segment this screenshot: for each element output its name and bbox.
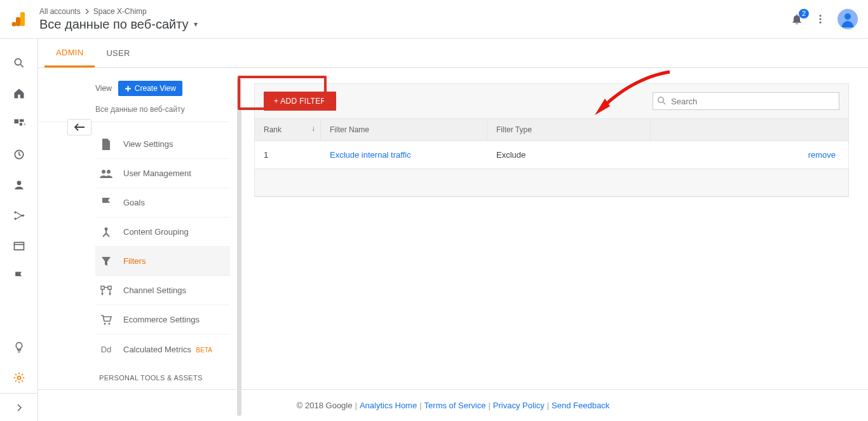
svg-point-19 bbox=[18, 376, 21, 380]
gear-icon bbox=[13, 371, 25, 384]
grouping-icon bbox=[99, 226, 113, 238]
footer-feedback[interactable]: Send Feedback bbox=[552, 401, 609, 410]
menu-filters[interactable]: Filters bbox=[95, 247, 230, 276]
rail-admin[interactable] bbox=[0, 362, 38, 393]
dashboard-icon: + bbox=[13, 118, 25, 130]
menu-label: Calculated Metrics BETA bbox=[123, 345, 212, 354]
more-menu-button[interactable] bbox=[815, 13, 826, 25]
notifications-button[interactable]: 2 bbox=[790, 13, 803, 25]
menu-view-settings[interactable]: View Settings bbox=[95, 130, 230, 159]
footer-privacy[interactable]: Privacy Policy bbox=[493, 401, 545, 410]
breadcrumb-root: All accounts bbox=[39, 7, 81, 16]
breadcrumb[interactable]: All accounts Space X-Chimp bbox=[39, 7, 790, 16]
svg-rect-8 bbox=[14, 120, 18, 124]
property-selector[interactable]: Все данные по веб-сайту ▾ bbox=[39, 17, 790, 32]
clock-icon bbox=[13, 148, 25, 161]
tab-user[interactable]: USER bbox=[95, 39, 141, 67]
col-filter-name[interactable]: Filter Name bbox=[321, 119, 487, 141]
left-nav-rail: + bbox=[0, 39, 38, 421]
lightbulb-icon bbox=[13, 341, 25, 354]
svg-point-20 bbox=[102, 170, 105, 174]
rail-collapse[interactable] bbox=[0, 393, 37, 421]
cell-type: Exclude bbox=[487, 141, 651, 169]
rail-audience[interactable] bbox=[0, 170, 38, 200]
svg-line-7 bbox=[20, 65, 23, 67]
view-subtitle: Все данные по веб-сайту bbox=[38, 96, 229, 122]
menu-label: Content Grouping bbox=[123, 227, 189, 237]
add-filter-button[interactable]: + ADD FILTER bbox=[264, 92, 336, 111]
svg-point-21 bbox=[107, 170, 111, 174]
create-view-button[interactable]: Create View bbox=[118, 81, 182, 96]
svg-point-15 bbox=[14, 217, 16, 219]
svg-marker-25 bbox=[101, 293, 104, 296]
rail-conversions[interactable] bbox=[0, 261, 38, 292]
footer-analytics-home[interactable]: Analytics Home bbox=[360, 401, 417, 410]
more-vert-icon bbox=[815, 13, 826, 25]
svg-rect-17 bbox=[14, 242, 24, 250]
menu-content-grouping[interactable]: Content Grouping bbox=[95, 217, 230, 247]
search-icon bbox=[13, 57, 25, 69]
filter-search-input[interactable] bbox=[653, 92, 839, 110]
menu-channel-settings[interactable]: Channel Settings bbox=[95, 276, 230, 305]
flag-icon bbox=[99, 197, 113, 209]
filters-content: + ADD FILTER Rank↓ Filter Name Filter Ty… bbox=[241, 68, 868, 421]
rail-acquisition[interactable] bbox=[0, 200, 38, 231]
svg-rect-0 bbox=[20, 12, 25, 26]
col-rank[interactable]: Rank↓ bbox=[255, 119, 321, 141]
tab-admin[interactable]: ADMIN bbox=[44, 39, 95, 67]
behavior-icon bbox=[13, 240, 25, 252]
section-personal-tools: PERSONAL TOOLS & ASSETS bbox=[38, 364, 241, 385]
back-button[interactable] bbox=[67, 119, 92, 135]
menu-ecommerce-settings[interactable]: Ecommerce Settings bbox=[95, 305, 230, 335]
scrollbar[interactable] bbox=[237, 78, 241, 416]
menu-label: Channel Settings bbox=[123, 286, 186, 295]
svg-point-27 bbox=[104, 322, 106, 324]
rail-home[interactable] bbox=[0, 78, 38, 109]
svg-line-31 bbox=[663, 102, 665, 104]
caret-down-icon: ▾ bbox=[194, 20, 198, 29]
svg-point-14 bbox=[14, 211, 16, 213]
svg-point-28 bbox=[109, 322, 111, 324]
rail-behavior[interactable] bbox=[0, 231, 38, 261]
person-icon bbox=[13, 179, 25, 191]
cell-rank: 1 bbox=[255, 141, 321, 169]
acquisition-icon bbox=[12, 209, 26, 222]
svg-point-30 bbox=[658, 97, 663, 102]
rail-realtime[interactable] bbox=[0, 139, 38, 170]
menu-goals[interactable]: Goals bbox=[95, 188, 230, 217]
filter-name-link[interactable]: Exclude internal traffic bbox=[330, 150, 411, 160]
svg-rect-24 bbox=[108, 286, 111, 289]
ga-logo-icon[interactable] bbox=[6, 6, 32, 32]
menu-calculated-metrics[interactable]: Dd Calculated Metrics BETA bbox=[95, 335, 230, 364]
rail-customization[interactable]: + bbox=[0, 109, 38, 139]
svg-point-4 bbox=[820, 18, 822, 20]
menu-label: Filters bbox=[123, 256, 146, 266]
svg-point-22 bbox=[105, 227, 108, 230]
chevron-right-icon bbox=[15, 404, 23, 411]
svg-point-13 bbox=[17, 181, 21, 185]
sort-icon: ↓ bbox=[311, 124, 315, 133]
menu-label: Ecommerce Settings bbox=[123, 315, 200, 324]
footer-copyright: © 2018 Google bbox=[297, 401, 353, 410]
footer-terms[interactable]: Terms of Service bbox=[424, 401, 486, 410]
back-arrow-icon bbox=[74, 123, 85, 131]
svg-rect-10 bbox=[19, 123, 22, 125]
svg-point-6 bbox=[15, 59, 21, 65]
view-label: View bbox=[95, 84, 112, 93]
chevron-right-icon bbox=[85, 9, 90, 14]
filters-table-card: + ADD FILTER Rank↓ Filter Name Filter Ty… bbox=[254, 83, 849, 197]
svg-rect-23 bbox=[101, 286, 104, 289]
home-icon bbox=[13, 87, 25, 100]
svg-point-2 bbox=[12, 22, 17, 27]
menu-label: View Settings bbox=[123, 139, 173, 149]
rail-search[interactable] bbox=[0, 48, 38, 78]
funnel-icon bbox=[99, 256, 113, 266]
view-settings-sidebar: View Create View Все данные по веб-сайту… bbox=[38, 68, 241, 421]
people-icon bbox=[99, 169, 113, 178]
col-filter-type[interactable]: Filter Type bbox=[487, 119, 651, 141]
col-action bbox=[651, 119, 848, 141]
menu-user-management[interactable]: User Management bbox=[95, 159, 230, 188]
remove-link[interactable]: remove bbox=[808, 150, 836, 160]
account-avatar[interactable] bbox=[837, 9, 858, 29]
rail-discover[interactable] bbox=[0, 332, 38, 362]
